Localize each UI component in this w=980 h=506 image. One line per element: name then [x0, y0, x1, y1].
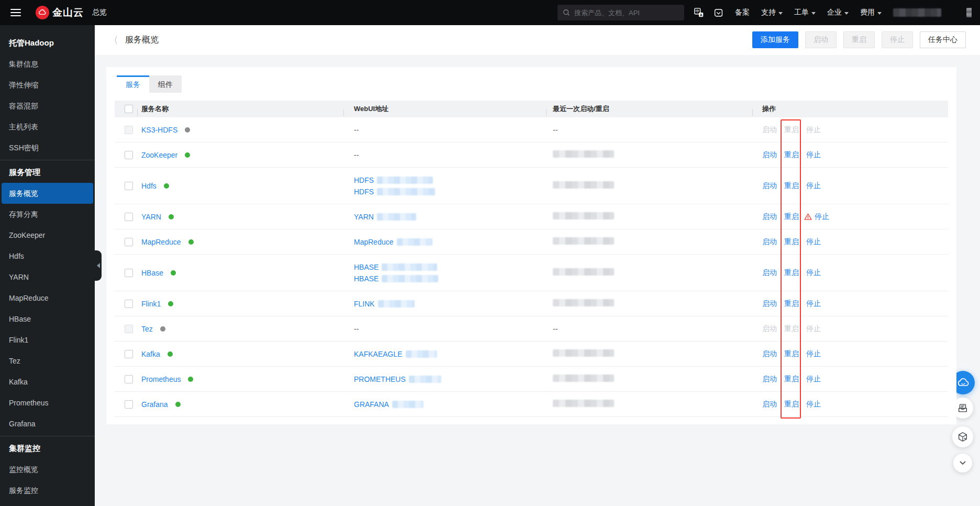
service-name-link[interactable]: Prometheus [141, 375, 181, 383]
service-name-link[interactable]: YARN [141, 213, 161, 221]
row-checkbox[interactable] [125, 238, 133, 246]
service-name-link[interactable]: Tez [141, 325, 153, 333]
sidebar-item-监控概览[interactable]: 监控概览 [0, 459, 95, 480]
action-start-link[interactable]: 启动 [762, 400, 777, 409]
sidebar-item-MapReduce[interactable]: MapReduce [0, 288, 95, 309]
topnav-link-支持[interactable]: 支持 [761, 8, 783, 17]
action-stop-link[interactable]: 停止 [806, 237, 821, 247]
sidebar-item-容器混部[interactable]: 容器混部 [0, 95, 95, 116]
action-start-link[interactable]: 启动 [762, 150, 777, 160]
action-restart-link[interactable]: 重启 [784, 375, 799, 384]
action-restart-link[interactable]: 重启 [784, 299, 799, 309]
sidebar-item-Grafana[interactable]: Grafana [0, 413, 95, 434]
action-start-link[interactable]: 启动 [762, 237, 777, 247]
action-stop-link[interactable]: 停止 [806, 125, 821, 135]
sidebar-item-弹性伸缩[interactable]: 弹性伸缩 [0, 74, 95, 95]
topnav-search[interactable] [558, 5, 684, 20]
product-news-fab[interactable] [952, 426, 973, 447]
sidebar-item-事件监控[interactable]: 事件监控 [0, 501, 95, 506]
webui-link[interactable]: MapReduce [354, 238, 394, 246]
collapse-fab[interactable] [953, 454, 972, 472]
action-restart-link[interactable]: 重启 [784, 324, 799, 334]
sidebar-item-Kafka[interactable]: Kafka [0, 371, 95, 392]
action-start-link[interactable]: 启动 [762, 349, 777, 359]
action-restart-link[interactable]: 重启 [784, 212, 799, 222]
webui-link[interactable]: HBASE [354, 263, 378, 271]
row-checkbox[interactable] [125, 269, 133, 277]
action-start-link[interactable]: 启动 [762, 268, 777, 278]
service-name-link[interactable]: HBase [141, 269, 163, 277]
sidebar-item-ZooKeeper[interactable]: ZooKeeper [0, 225, 95, 246]
row-checkbox[interactable] [125, 400, 133, 409]
sidebar-item-服务概览[interactable]: 服务概览 [2, 183, 93, 204]
sidebar-item-SSH密钥[interactable]: SSH密钥 [0, 137, 95, 158]
sidebar-item-HBase[interactable]: HBase [0, 309, 95, 329]
tab-components[interactable]: 组件 [149, 75, 182, 93]
calendar-check-icon[interactable] [714, 8, 723, 18]
sidebar-item-集群信息[interactable]: 集群信息 [0, 53, 95, 74]
service-name-link[interactable]: KS3-HDFS [141, 126, 177, 134]
action-start-link[interactable]: 启动 [762, 324, 777, 334]
action-restart-link[interactable]: 重启 [784, 237, 799, 247]
row-checkbox[interactable] [125, 350, 133, 358]
topnav-link-费用[interactable]: 费用 [860, 8, 882, 17]
topnav-link-企业[interactable]: 企业 [827, 8, 849, 17]
action-restart-link[interactable]: 重启 [784, 349, 799, 359]
task-center-button[interactable]: 任务中心 [920, 31, 966, 48]
brand-logo[interactable]: 金山云 [36, 6, 84, 19]
sidebar-item-Prometheus[interactable]: Prometheus [0, 392, 95, 413]
action-stop-link[interactable]: 停止 [815, 212, 829, 222]
username-redacted[interactable] [893, 8, 941, 17]
service-name-link[interactable]: MapReduce [141, 238, 181, 246]
sidebar-collapse-handle[interactable] [95, 250, 102, 281]
action-restart-link[interactable]: 重启 [784, 181, 799, 191]
webui-link[interactable]: PROMETHEUS [354, 375, 406, 383]
webui-link[interactable]: HDFS [354, 188, 374, 196]
add-service-button[interactable]: 添加服务 [752, 31, 798, 48]
translate-icon[interactable]: 中A [694, 7, 704, 18]
action-stop-link[interactable]: 停止 [806, 299, 821, 309]
webui-link[interactable]: GRAFANA [354, 400, 389, 409]
row-checkbox[interactable] [125, 213, 133, 221]
tab-services[interactable]: 服务 [117, 75, 149, 93]
action-stop-link[interactable]: 停止 [806, 181, 821, 191]
action-restart-link[interactable]: 重启 [784, 125, 799, 135]
sidebar-item-主机列表[interactable]: 主机列表 [0, 116, 95, 137]
action-start-link[interactable]: 启动 [762, 212, 777, 222]
action-restart-link[interactable]: 重启 [784, 268, 799, 278]
action-stop-link[interactable]: 停止 [806, 375, 821, 384]
service-name-link[interactable]: Flink1 [141, 300, 161, 308]
action-restart-link[interactable]: 重启 [784, 150, 799, 160]
action-restart-link[interactable]: 重启 [784, 400, 799, 409]
topnav-link-备案[interactable]: 备案 [735, 8, 750, 17]
hamburger-menu-icon[interactable] [10, 9, 21, 16]
row-checkbox[interactable] [125, 126, 133, 134]
webui-link[interactable]: KAFKAEAGLE [354, 350, 403, 358]
sidebar-item-存算分离[interactable]: 存算分离 [0, 204, 95, 225]
search-input[interactable] [574, 9, 674, 17]
webui-link[interactable]: YARN [354, 213, 374, 221]
action-stop-link[interactable]: 停止 [806, 400, 821, 409]
action-start-link[interactable]: 启动 [762, 375, 777, 384]
sidebar-item-YARN[interactable]: YARN [0, 267, 95, 288]
action-start-link[interactable]: 启动 [762, 181, 777, 191]
action-stop-link[interactable]: 停止 [806, 150, 821, 160]
row-checkbox[interactable] [125, 375, 133, 383]
select-all-checkbox[interactable] [125, 105, 133, 113]
action-start-link[interactable]: 启动 [762, 125, 777, 135]
action-stop-link[interactable]: 停止 [806, 268, 821, 278]
row-checkbox[interactable] [125, 182, 133, 190]
action-start-link[interactable]: 启动 [762, 299, 777, 309]
topnav-overview-link[interactable]: 总览 [92, 8, 107, 17]
row-checkbox[interactable] [125, 300, 133, 308]
webui-link[interactable]: HBASE [354, 274, 378, 283]
sidebar-item-Flink1[interactable]: Flink1 [0, 329, 95, 350]
topnav-link-工单[interactable]: 工单 [794, 8, 816, 17]
service-name-link[interactable]: Grafana [141, 400, 168, 409]
back-button[interactable]: 〈 [110, 36, 118, 45]
row-checkbox[interactable] [125, 325, 133, 333]
webui-link[interactable]: HDFS [354, 176, 374, 184]
stop-button[interactable]: 停止 [882, 31, 913, 48]
row-checkbox[interactable] [125, 151, 133, 159]
sidebar-item-服务监控[interactable]: 服务监控 [0, 480, 95, 501]
